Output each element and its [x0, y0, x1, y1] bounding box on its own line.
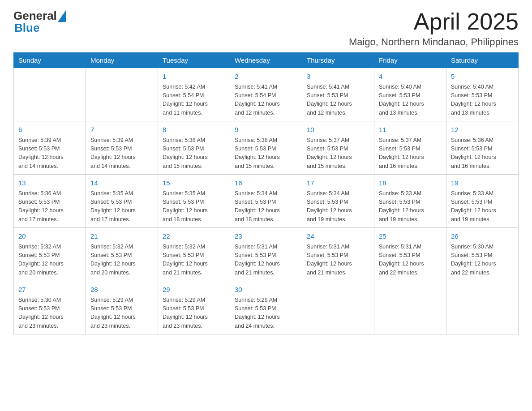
day-number: 23	[235, 231, 297, 242]
calendar-cell	[302, 281, 374, 334]
day-info: Sunrise: 5:40 AM Sunset: 5:53 PM Dayligh…	[379, 83, 442, 118]
day-number: 1	[163, 72, 225, 82]
calendar-week-row: 13Sunrise: 5:36 AM Sunset: 5:53 PM Dayli…	[14, 175, 519, 228]
day-info: Sunrise: 5:30 AM Sunset: 5:53 PM Dayligh…	[18, 296, 81, 331]
day-number: 14	[90, 178, 153, 188]
logo: General Blue	[13, 9, 66, 35]
calendar-cell: 6Sunrise: 5:39 AM Sunset: 5:53 PM Daylig…	[14, 121, 86, 175]
day-number: 12	[451, 125, 514, 135]
calendar-cell	[14, 68, 86, 121]
calendar-cell: 8Sunrise: 5:38 AM Sunset: 5:53 PM Daylig…	[158, 121, 230, 175]
calendar-cell: 13Sunrise: 5:36 AM Sunset: 5:53 PM Dayli…	[14, 175, 86, 228]
weekday-header-row: SundayMondayTuesdayWednesdayThursdayFrid…	[14, 53, 519, 68]
weekday-header-friday: Friday	[374, 53, 446, 68]
weekday-header-wednesday: Wednesday	[230, 53, 302, 68]
calendar-cell: 2Sunrise: 5:41 AM Sunset: 5:54 PM Daylig…	[230, 68, 302, 121]
calendar-cell: 18Sunrise: 5:33 AM Sunset: 5:53 PM Dayli…	[374, 175, 446, 228]
calendar-cell: 11Sunrise: 5:37 AM Sunset: 5:53 PM Dayli…	[374, 121, 446, 175]
day-info: Sunrise: 5:37 AM Sunset: 5:53 PM Dayligh…	[307, 136, 369, 171]
calendar-cell: 17Sunrise: 5:34 AM Sunset: 5:53 PM Dayli…	[302, 175, 374, 228]
day-info: Sunrise: 5:37 AM Sunset: 5:53 PM Dayligh…	[379, 136, 442, 171]
day-number: 3	[307, 72, 369, 82]
calendar-week-row: 6Sunrise: 5:39 AM Sunset: 5:53 PM Daylig…	[14, 121, 519, 175]
calendar-cell: 16Sunrise: 5:34 AM Sunset: 5:53 PM Dayli…	[230, 175, 302, 228]
day-number: 2	[235, 72, 297, 82]
svg-marker-0	[58, 10, 66, 22]
day-info: Sunrise: 5:32 AM Sunset: 5:53 PM Dayligh…	[90, 243, 153, 278]
day-info: Sunrise: 5:31 AM Sunset: 5:53 PM Dayligh…	[235, 243, 297, 278]
page-header: General Blue April 2025 Maigo, Northern …	[13, 9, 519, 48]
day-info: Sunrise: 5:36 AM Sunset: 5:53 PM Dayligh…	[451, 136, 514, 171]
calendar-cell: 3Sunrise: 5:41 AM Sunset: 5:53 PM Daylig…	[302, 68, 374, 121]
day-number: 8	[163, 125, 225, 135]
day-info: Sunrise: 5:39 AM Sunset: 5:53 PM Dayligh…	[18, 136, 81, 171]
weekday-header-monday: Monday	[86, 53, 158, 68]
day-number: 21	[90, 231, 153, 242]
day-number: 17	[307, 178, 369, 188]
day-number: 10	[307, 125, 369, 135]
calendar-cell: 4Sunrise: 5:40 AM Sunset: 5:53 PM Daylig…	[374, 68, 446, 121]
weekday-header-tuesday: Tuesday	[158, 53, 230, 68]
day-info: Sunrise: 5:35 AM Sunset: 5:53 PM Dayligh…	[90, 189, 153, 224]
day-number: 16	[235, 178, 297, 188]
day-number: 20	[18, 231, 81, 242]
day-info: Sunrise: 5:35 AM Sunset: 5:53 PM Dayligh…	[163, 189, 225, 224]
calendar-cell: 23Sunrise: 5:31 AM Sunset: 5:53 PM Dayli…	[230, 228, 302, 281]
calendar-cell	[446, 281, 519, 334]
calendar-cell	[86, 68, 158, 121]
day-number: 13	[18, 178, 81, 188]
calendar-cell: 21Sunrise: 5:32 AM Sunset: 5:53 PM Dayli…	[86, 228, 158, 281]
day-number: 11	[379, 125, 442, 135]
day-info: Sunrise: 5:29 AM Sunset: 5:53 PM Dayligh…	[235, 296, 297, 331]
calendar-week-row: 20Sunrise: 5:32 AM Sunset: 5:53 PM Dayli…	[14, 228, 519, 281]
calendar-cell: 22Sunrise: 5:32 AM Sunset: 5:53 PM Dayli…	[158, 228, 230, 281]
location-title: Maigo, Northern Mindanao, Philippines	[349, 36, 519, 48]
calendar-cell: 1Sunrise: 5:42 AM Sunset: 5:54 PM Daylig…	[158, 68, 230, 121]
day-number: 4	[379, 72, 442, 82]
day-info: Sunrise: 5:32 AM Sunset: 5:53 PM Dayligh…	[163, 243, 225, 278]
day-info: Sunrise: 5:31 AM Sunset: 5:53 PM Dayligh…	[379, 243, 442, 278]
calendar-cell: 12Sunrise: 5:36 AM Sunset: 5:53 PM Dayli…	[446, 121, 519, 175]
calendar-cell: 27Sunrise: 5:30 AM Sunset: 5:53 PM Dayli…	[14, 281, 86, 334]
day-number: 15	[163, 178, 225, 188]
day-info: Sunrise: 5:39 AM Sunset: 5:53 PM Dayligh…	[90, 136, 153, 171]
calendar-week-row: 1Sunrise: 5:42 AM Sunset: 5:54 PM Daylig…	[14, 68, 519, 121]
calendar-cell: 5Sunrise: 5:40 AM Sunset: 5:53 PM Daylig…	[446, 68, 519, 121]
day-number: 24	[307, 231, 369, 242]
calendar-cell: 15Sunrise: 5:35 AM Sunset: 5:53 PM Dayli…	[158, 175, 230, 228]
calendar-cell: 20Sunrise: 5:32 AM Sunset: 5:53 PM Dayli…	[14, 228, 86, 281]
day-info: Sunrise: 5:38 AM Sunset: 5:53 PM Dayligh…	[163, 136, 225, 171]
calendar-cell: 24Sunrise: 5:31 AM Sunset: 5:53 PM Dayli…	[302, 228, 374, 281]
calendar-table: SundayMondayTuesdayWednesdayThursdayFrid…	[13, 52, 519, 334]
calendar-cell: 7Sunrise: 5:39 AM Sunset: 5:53 PM Daylig…	[86, 121, 158, 175]
day-number: 7	[90, 125, 153, 135]
day-number: 9	[235, 125, 297, 135]
day-number: 19	[451, 178, 514, 188]
calendar-cell	[374, 281, 446, 334]
title-section: April 2025 Maigo, Northern Mindanao, Phi…	[349, 9, 519, 48]
calendar-cell: 26Sunrise: 5:30 AM Sunset: 5:53 PM Dayli…	[446, 228, 519, 281]
day-number: 22	[163, 231, 225, 242]
day-number: 30	[235, 285, 297, 295]
calendar-cell: 9Sunrise: 5:38 AM Sunset: 5:53 PM Daylig…	[230, 121, 302, 175]
day-info: Sunrise: 5:30 AM Sunset: 5:53 PM Dayligh…	[451, 243, 514, 278]
day-info: Sunrise: 5:36 AM Sunset: 5:53 PM Dayligh…	[18, 189, 81, 224]
day-number: 25	[379, 231, 442, 242]
day-number: 28	[90, 285, 153, 295]
day-info: Sunrise: 5:33 AM Sunset: 5:53 PM Dayligh…	[451, 189, 514, 224]
calendar-cell: 29Sunrise: 5:29 AM Sunset: 5:53 PM Dayli…	[158, 281, 230, 334]
weekday-header-sunday: Sunday	[14, 53, 86, 68]
calendar-cell: 19Sunrise: 5:33 AM Sunset: 5:53 PM Dayli…	[446, 175, 519, 228]
logo-triangle-icon	[58, 10, 66, 22]
calendar-cell: 28Sunrise: 5:29 AM Sunset: 5:53 PM Dayli…	[86, 281, 158, 334]
day-number: 5	[451, 72, 514, 82]
calendar-cell: 14Sunrise: 5:35 AM Sunset: 5:53 PM Dayli…	[86, 175, 158, 228]
calendar-cell: 10Sunrise: 5:37 AM Sunset: 5:53 PM Dayli…	[302, 121, 374, 175]
day-info: Sunrise: 5:33 AM Sunset: 5:53 PM Dayligh…	[379, 189, 442, 224]
day-info: Sunrise: 5:29 AM Sunset: 5:53 PM Dayligh…	[90, 296, 153, 331]
day-number: 29	[163, 285, 225, 295]
day-number: 6	[18, 125, 81, 135]
day-number: 26	[451, 231, 514, 242]
day-info: Sunrise: 5:34 AM Sunset: 5:53 PM Dayligh…	[307, 189, 369, 224]
day-info: Sunrise: 5:29 AM Sunset: 5:53 PM Dayligh…	[163, 296, 225, 331]
